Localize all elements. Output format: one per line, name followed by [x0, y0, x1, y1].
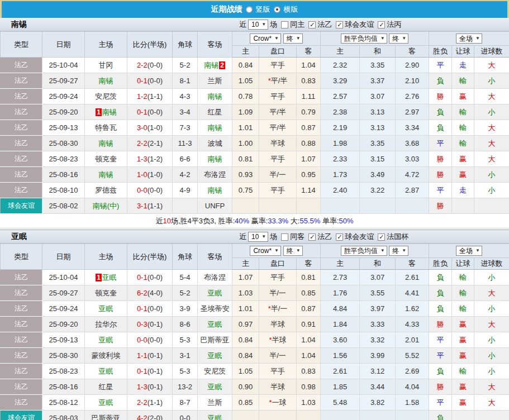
team-link[interactable]: 亚眠 [99, 367, 113, 375]
team-link[interactable]: 南锡 [208, 155, 222, 163]
team-link[interactable]: 亚眠 [208, 383, 222, 391]
team-link[interactable]: 巴斯蒂亚 [201, 336, 230, 344]
team-link[interactable]: 特鲁瓦 [95, 123, 117, 132]
same-home-checkbox[interactable] [281, 21, 288, 28]
odds-stage-select[interactable]: 终▼ [283, 246, 303, 256]
team-link[interactable]: 亚眠 [208, 414, 222, 420]
team-link[interactable]: UNFP [205, 202, 225, 210]
team-link[interactable]: 安尼茨 [95, 92, 117, 101]
team-link[interactable]: 兰斯 [208, 77, 222, 85]
avg-home-cell: 2.61 [321, 364, 360, 379]
team-link[interactable]: 亚眠 [99, 398, 113, 407]
avg-type-select[interactable]: 胜平负均值▼ [341, 34, 387, 44]
horizontal-layout-label[interactable]: 横版 [284, 4, 298, 15]
league2-checkbox[interactable]: ✓ [308, 21, 316, 28]
avg-away-cell: 1.58 [396, 395, 429, 411]
team-link[interactable]: 波城 [208, 139, 222, 147]
team-link[interactable]: 南锡 [102, 108, 117, 116]
team-link[interactable]: 南锡 [99, 170, 113, 179]
team-link[interactable]: 亚眠 [99, 304, 113, 313]
friendly-checkbox[interactable]: ✓ [336, 233, 343, 241]
col-handicap-result: 让球 [452, 258, 474, 270]
team-link[interactable]: 亚眠 [208, 289, 222, 297]
match-type-cell: 法乙 [1, 183, 42, 198]
league3-filter[interactable]: ✓法丙 [378, 20, 401, 30]
avg-stage-select[interactable]: 终▼ [389, 34, 408, 44]
team-link[interactable]: 顿克奎 [95, 155, 117, 163]
match-type-cell: 法乙 [1, 379, 42, 395]
team-link[interactable]: 红星 [99, 383, 113, 391]
team-link[interactable]: 顿克奎 [95, 289, 117, 297]
team-link[interactable]: 甘冈 [99, 61, 113, 69]
score-cell: 1-3(0-1) [127, 379, 173, 395]
match-type-cell: 法乙 [1, 73, 42, 89]
avg-type-select[interactable]: 胜平负均值▼ [341, 246, 387, 256]
league3-checkbox[interactable]: ✓ [378, 21, 385, 28]
cup-checkbox[interactable]: ✓ [378, 233, 385, 241]
team-link[interactable]: 兰斯 [208, 398, 222, 407]
handicap-cell: 平手 [259, 364, 297, 379]
match-row: 法乙25-08-16红星1-3(0-1)13-2亚眠0.90半球0.981.85… [1, 379, 509, 395]
team-link[interactable]: 南锡 [208, 186, 222, 194]
corner-cell: 4-3 [173, 89, 198, 104]
match-row: 法乙25-08-30蒙彼利埃1-1(0-1)3-1亚眠0.84半/一1.041.… [1, 348, 509, 364]
games-label: 场 [270, 232, 277, 242]
team-link[interactable]: 安尼茨 [204, 367, 226, 375]
team-link[interactable]: 布洛涅 [204, 273, 226, 281]
team-link[interactable]: 亚眠 [99, 336, 113, 344]
league2-checkbox[interactable]: ✓ [308, 233, 316, 241]
same-home-filter[interactable]: 同主 [281, 20, 305, 30]
friendly-filter[interactable]: ✓球会友谊 [336, 232, 374, 242]
same-away-checkbox[interactable] [281, 233, 288, 241]
col-result: 胜负 [429, 258, 452, 270]
team-link[interactable]: 南锡 [208, 123, 222, 132]
handicap-result-cell: 赢 [452, 151, 474, 167]
cup-filter[interactable]: ✓法国杯 [378, 232, 408, 242]
team-link[interactable]: 南锡 [99, 139, 113, 147]
home-team-cell: 亚眠 [85, 332, 127, 348]
same-away-filter[interactable]: 同客 [281, 232, 305, 242]
team-link[interactable]: 南锡 [208, 92, 222, 101]
horizontal-layout-radio[interactable] [274, 6, 280, 13]
odds-stage-select[interactable]: 终▼ [283, 34, 303, 44]
team-link[interactable]: 巴斯蒂亚 [92, 414, 121, 420]
team-link[interactable]: 拉华尔 [95, 320, 117, 328]
league2-filter[interactable]: ✓法乙 [308, 20, 332, 30]
vertical-layout-label[interactable]: 竖版 [256, 4, 270, 15]
bookmaker-select[interactable]: Crow*▼ [250, 246, 281, 256]
result-cell: 負 [429, 301, 452, 317]
bookmaker-select[interactable]: Crow*▼ [250, 34, 281, 44]
recent-count-select[interactable]: 10▼ [248, 20, 268, 30]
period-select[interactable]: 全场▼ [456, 246, 482, 256]
team-link[interactable]: 蒙彼利埃 [92, 351, 121, 360]
odds-home-cell: 1.05 [232, 73, 259, 89]
match-type-cell: 法乙 [1, 332, 42, 348]
team-link[interactable]: 南锡 [204, 61, 218, 69]
odds-home-cell: 0.84 [232, 348, 259, 364]
avg-home-cell: 1.56 [321, 348, 360, 364]
friendly-checkbox[interactable]: ✓ [336, 21, 343, 28]
team-link[interactable]: 圣埃蒂安 [201, 304, 230, 313]
team-link[interactable]: 罗德兹 [95, 186, 117, 194]
col-result: 胜负 [429, 46, 452, 58]
team-link[interactable]: 红星 [208, 108, 222, 116]
team-link[interactable]: 亚眠 [208, 320, 222, 328]
team-link[interactable]: 布洛涅 [204, 170, 226, 179]
corner-cell: 5-3 [173, 332, 198, 348]
team-link[interactable]: 南锡(中) [93, 202, 120, 210]
team-link[interactable]: 亚眠 [208, 351, 222, 360]
period-select[interactable]: 全场▼ [456, 34, 482, 44]
col-avg-away: 客 [396, 258, 429, 270]
col-date: 日期 [42, 244, 85, 270]
vertical-layout-radio[interactable] [246, 6, 253, 13]
league2-filter[interactable]: ✓法乙 [308, 232, 332, 242]
result-cell: 勝 [429, 89, 452, 104]
team-link[interactable]: 亚眠 [102, 273, 117, 281]
odds-away-cell: 1.04 [297, 332, 321, 348]
recent-count-select[interactable]: 10▼ [248, 232, 268, 242]
away-team-cell: 亚眠 [198, 379, 232, 395]
friendly-filter[interactable]: ✓球会友谊 [336, 20, 374, 30]
team-link[interactable]: 南锡 [99, 77, 113, 85]
avg-away-cell: 2.69 [396, 364, 429, 379]
avg-stage-select[interactable]: 终▼ [389, 246, 408, 256]
